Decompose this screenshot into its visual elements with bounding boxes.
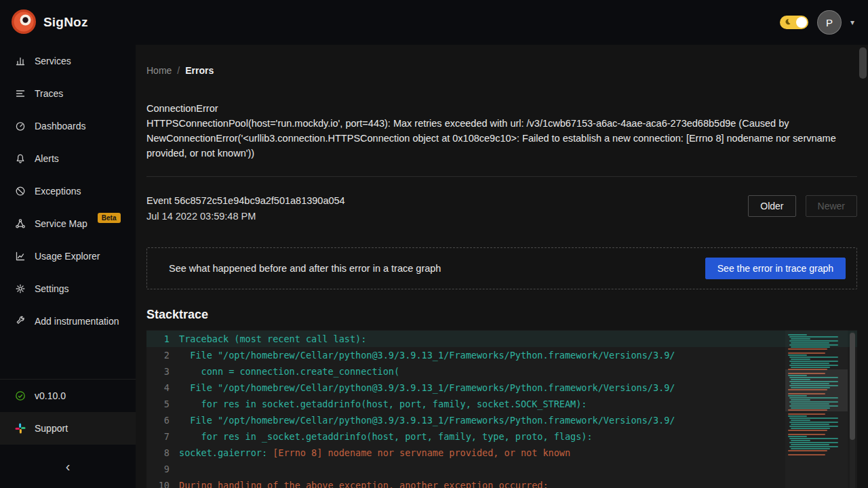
support-label: Support [35, 423, 68, 434]
sidebar-item-label: Settings [35, 283, 69, 294]
stacktrace-code-block: 1Traceback (most recent call last):2 Fil… [146, 330, 857, 488]
app-root: SigNoz P ▾ ServicesTracesDashboardsAlert… [0, 0, 868, 488]
code-text: conn = connection.create_connection( [179, 363, 399, 380]
sidebar-item-settings[interactable]: Settings [0, 272, 136, 305]
code-line-8: 8socket.gaierror: [Errno 8] nodename nor… [146, 445, 857, 461]
sidebar-item-label: Exceptions [35, 186, 81, 197]
line-number: 6 [146, 412, 179, 428]
brand[interactable]: SigNoz [11, 9, 88, 37]
line-number: 1 [146, 331, 179, 347]
sidebar-item-label: Alerts [35, 153, 59, 164]
signoz-logo-icon [11, 9, 37, 37]
sidebar-item-label: Add instrumentation [35, 316, 119, 327]
service-map-icon [15, 218, 26, 229]
event-info: Event 56c8572c51e94bc9a2f501a81390a054 J… [146, 195, 345, 222]
avatar[interactable]: P [818, 11, 841, 34]
sidebar-item-alerts[interactable]: Alerts [0, 142, 136, 175]
sidebar-footer: v0.10.0 Support ‹ [0, 379, 136, 488]
code-line-2: 2 File "/opt/homebrew/Cellar/python@3.9/… [146, 347, 857, 363]
error-title: ConnectionError [146, 101, 857, 116]
code-line-4: 4 File "/opt/homebrew/Cellar/python@3.9/… [146, 380, 857, 396]
sidebar-item-services[interactable]: Services [0, 45, 136, 77]
page-scrollbar-thumb[interactable] [859, 47, 867, 79]
newer-button[interactable]: Newer [806, 195, 857, 217]
line-number: 8 [146, 445, 179, 461]
line-chart-icon [15, 251, 26, 262]
sidebar-item-add-instrumentation[interactable]: Add instrumentation [0, 305, 136, 338]
code-text: File "/opt/homebrew/Cellar/python@3.9/3.… [179, 380, 675, 396]
code-minimap[interactable] [785, 330, 848, 488]
code-line-9: 9 [146, 461, 857, 477]
sidebar-item-support[interactable]: Support [0, 412, 136, 445]
sidebar-item-label: Usage Explorer [35, 251, 100, 262]
line-number: 3 [146, 363, 179, 380]
moon-icon [783, 18, 791, 28]
minimap-viewport[interactable] [785, 369, 848, 411]
bar-chart-icon [15, 56, 26, 66]
breadcrumb: Home / Errors [146, 65, 857, 76]
see-trace-graph-button[interactable]: See the error in trace graph [705, 258, 846, 279]
code-scrollbar-thumb[interactable] [850, 333, 855, 440]
sidebar-item-label: Traces [35, 88, 63, 99]
theme-toggle[interactable] [780, 16, 808, 29]
pager: Older Newer [748, 195, 857, 217]
code-text: socket.gaierror: [Errno 8] nodename nor … [179, 445, 570, 461]
gear-icon [15, 283, 26, 294]
sidebar-item-dashboards[interactable]: Dashboards [0, 110, 136, 142]
main-content: Home / Errors ConnectionError HTTPSConne… [136, 45, 868, 488]
error-block: ConnectionError HTTPSConnectionPool(host… [146, 101, 857, 161]
divider [146, 176, 857, 177]
code-text [179, 461, 184, 477]
sidebar-collapse-button[interactable]: ‹ [56, 456, 80, 477]
sidebar-item-exceptions[interactable]: Exceptions [0, 175, 136, 207]
sidebar: ServicesTracesDashboardsAlertsExceptions… [0, 45, 136, 488]
code-line-1: 1Traceback (most recent call last): [146, 331, 857, 347]
sidebar-item-service-map[interactable]: Service MapBeta [0, 207, 136, 240]
older-button[interactable]: Older [748, 195, 795, 217]
trace-banner-text: See what happened before and after this … [158, 263, 441, 274]
line-number: 9 [146, 461, 179, 477]
breadcrumb-current: Errors [185, 65, 214, 76]
code-text: File "/opt/homebrew/Cellar/python@3.9/3.… [179, 347, 675, 363]
sidebar-item-usage-explorer[interactable]: Usage Explorer [0, 240, 136, 272]
topbar-right: P ▾ [780, 11, 854, 34]
sidebar-item-label: Dashboards [35, 121, 86, 131]
event-id: Event 56c8572c51e94bc9a2f501a81390a054 [146, 195, 345, 206]
line-number: 5 [146, 396, 179, 412]
code-scrollbar[interactable] [850, 331, 855, 488]
line-number: 10 [146, 477, 179, 488]
sidebar-item-version[interactable]: v0.10.0 [0, 380, 136, 412]
code-text: Traceback (most recent call last): [179, 331, 366, 347]
code-line-6: 6 File "/opt/homebrew/Cellar/python@3.9/… [146, 412, 857, 428]
page-scrollbar[interactable] [857, 45, 868, 488]
code-text: for res in _socket.getaddrinfo(host, por… [179, 428, 593, 445]
sidebar-item-label: Services [35, 56, 71, 66]
chevron-down-icon[interactable]: ▾ [850, 18, 854, 27]
breadcrumb-separator: / [177, 65, 180, 76]
version-label: v0.10.0 [35, 390, 66, 401]
sidebar-nav: ServicesTracesDashboardsAlertsExceptions… [0, 45, 136, 338]
switch-knob [796, 17, 807, 28]
error-message: HTTPSConnectionPool(host='run.mockdy.io'… [146, 116, 857, 161]
brand-name: SigNoz [43, 15, 88, 30]
stop-icon [15, 186, 26, 197]
stacktrace-heading: Stacktrace [146, 308, 857, 322]
breadcrumb-home[interactable]: Home [146, 65, 172, 76]
code-line-10: 10During handling of the above exception… [146, 477, 857, 488]
code-text: File "/opt/homebrew/Cellar/python@3.9/3.… [179, 412, 675, 428]
code-line-3: 3 conn = connection.create_connection( [146, 363, 857, 380]
list-icon [15, 88, 26, 99]
event-row: Event 56c8572c51e94bc9a2f501a81390a054 J… [146, 195, 857, 222]
code-text: During handling of the above exception, … [179, 477, 549, 488]
wrench-icon [15, 316, 26, 327]
sidebar-item-label: Service Map [35, 218, 87, 229]
sidebar-item-traces[interactable]: Traces [0, 77, 136, 110]
line-number: 7 [146, 428, 179, 445]
check-circle-icon [15, 390, 26, 401]
stacktrace-code: 1Traceback (most recent call last):2 Fil… [146, 330, 857, 488]
trace-banner: See what happened before and after this … [146, 247, 857, 289]
line-number: 4 [146, 380, 179, 396]
code-text: for res in socket.getaddrinfo(host, port… [179, 396, 587, 412]
dashboard-icon [15, 121, 26, 131]
code-line-7: 7 for res in _socket.getaddrinfo(host, p… [146, 428, 857, 445]
